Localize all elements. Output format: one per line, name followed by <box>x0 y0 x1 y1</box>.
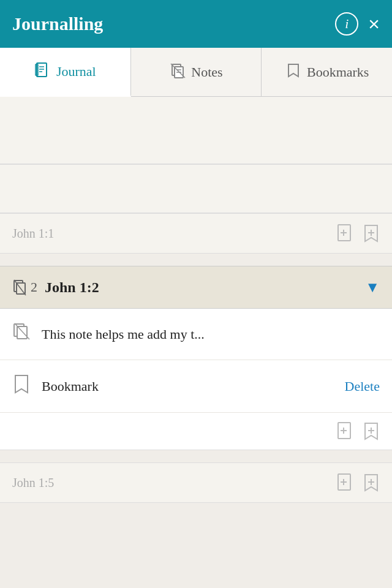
notes-count-number: 2 <box>31 279 37 295</box>
verse-header-john-1-2[interactable]: 2 John 1:2 ▼ <box>0 266 392 309</box>
tab-notes[interactable]: Notes <box>131 48 262 96</box>
close-button[interactable]: × <box>368 14 380 34</box>
add-note-button-john-1-1[interactable] <box>337 224 354 243</box>
note-item-john-1-2: This note helps me add my t... <box>0 309 392 360</box>
tab-notes-label: Notes <box>191 64 222 80</box>
verse-actions-john-1-5 <box>337 473 380 492</box>
add-note-button-john-1-2[interactable] <box>337 421 354 441</box>
verse-header-left: 2 John 1:2 <box>12 279 99 296</box>
tab-bookmarks-label: Bookmarks <box>307 64 369 80</box>
info-icon: i <box>335 12 358 36</box>
bookmark-item-label: Bookmark <box>42 379 99 394</box>
verse-row-john-1-1: John 1:1 <box>0 213 392 254</box>
verse-actions-john-1-1 <box>337 224 380 243</box>
tab-journal[interactable]: Journal <box>0 48 131 97</box>
verse-actions-john-1-2 <box>0 413 392 450</box>
bookmark-item-john-1-2: Bookmark Delete <box>0 360 392 413</box>
header-icons: i × <box>335 12 380 36</box>
bookmarks-tab-icon <box>285 62 302 83</box>
note-item-text: This note helps me add my t... <box>42 326 205 342</box>
add-note-button-john-1-5[interactable] <box>337 473 354 492</box>
app-title: Journalling <box>12 13 103 34</box>
close-icon: × <box>368 14 380 34</box>
info-button[interactable]: i <box>335 12 358 36</box>
verse-ref-john-1-1: John 1:1 <box>12 227 54 241</box>
tab-bar: Journal Notes Bookmarks <box>0 48 392 97</box>
verse-ref-john-1-2: John 1:2 <box>45 279 99 296</box>
content-area: John 1:1 <box>0 97 392 588</box>
verse-empty-top-2 <box>0 164 392 213</box>
app-header: Journalling i × <box>0 0 392 48</box>
spacer-1 <box>0 254 392 266</box>
verse-ref-john-1-5: John 1:5 <box>12 476 54 490</box>
note-item-icon <box>12 322 31 346</box>
add-bookmark-button-john-1-5[interactable] <box>363 473 380 492</box>
delete-bookmark-button[interactable]: Delete <box>345 379 380 394</box>
journal-tab-icon <box>34 61 51 82</box>
bookmark-item-icon <box>12 374 31 399</box>
add-bookmark-button-john-1-2[interactable] <box>363 421 380 441</box>
verse-empty-top-1 <box>0 97 392 164</box>
tab-bookmarks[interactable]: Bookmarks <box>262 48 392 96</box>
tab-journal-label: Journal <box>56 64 96 80</box>
notes-tab-icon <box>169 62 186 83</box>
add-bookmark-button-john-1-1[interactable] <box>363 224 380 243</box>
spacer-2 <box>0 450 392 462</box>
bookmark-item-left: Bookmark <box>12 374 99 399</box>
chevron-down-icon: ▼ <box>365 279 380 296</box>
verse-row-john-1-5: John 1:5 <box>0 462 392 503</box>
notes-count-john-1-2: 2 <box>12 279 37 296</box>
